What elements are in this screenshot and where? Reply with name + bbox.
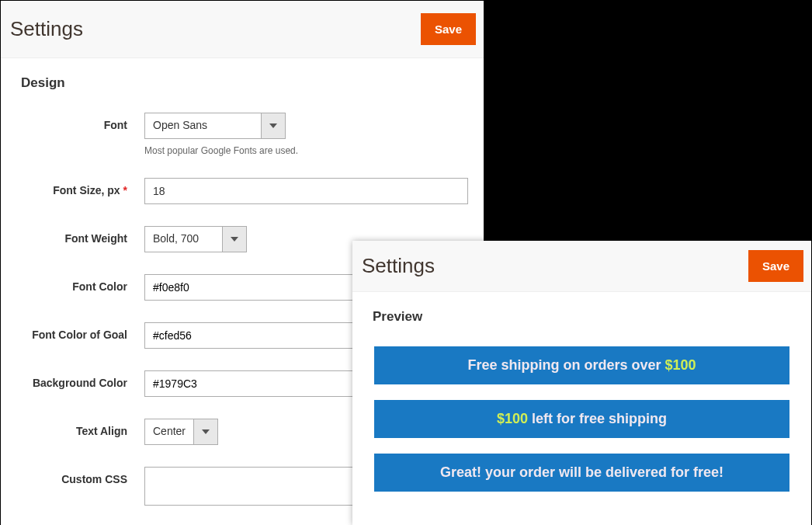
section-title-preview: Preview — [368, 309, 796, 325]
preview-goal-amount: $100 — [665, 357, 696, 373]
chevron-down-icon — [262, 113, 285, 138]
panel-header: Settings Save — [1, 1, 484, 58]
label-font-color: Font Color — [16, 274, 144, 293]
control-font: Open Sans Most popular Google Fonts are … — [144, 113, 468, 156]
row-font: Font Open Sans Most popular Google Fonts… — [16, 113, 468, 156]
font-weight-value: Bold, 700 — [145, 227, 223, 252]
save-button[interactable]: Save — [748, 250, 803, 282]
label-font-size-text: Font Size, px — [53, 184, 120, 196]
text-align-select[interactable]: Center — [144, 419, 218, 445]
preview-text: Great! your order will be delivered for … — [440, 464, 724, 480]
font-hint: Most popular Google Fonts are used. — [144, 145, 468, 156]
font-size-input[interactable] — [144, 178, 468, 204]
page-title: Settings — [360, 254, 435, 278]
preview-goal-amount: $100 — [497, 411, 528, 426]
font-select-value: Open Sans — [145, 113, 262, 138]
label-font-weight: Font Weight — [16, 226, 144, 245]
preview-container: Free shipping on orders over $100 $100 l… — [368, 346, 796, 492]
chevron-down-icon — [194, 419, 217, 444]
preview-bar-success: Great! your order will be delivered for … — [374, 454, 789, 492]
label-bg-color: Background Color — [16, 370, 144, 389]
label-font-size: Font Size, px* — [16, 178, 144, 196]
preview-text: left for free shipping — [528, 411, 667, 426]
preview-bar-threshold: Free shipping on orders over $100 — [374, 346, 789, 384]
control-font-size — [144, 178, 468, 204]
preview-bar-remaining: $100 left for free shipping — [374, 400, 789, 438]
panel-body: Preview Free shipping on orders over $10… — [352, 292, 811, 509]
label-goal-color: Font Color of Goal — [16, 322, 144, 341]
settings-panel-preview: Settings Save Preview Free shipping on o… — [352, 241, 811, 525]
save-button[interactable]: Save — [421, 13, 476, 45]
required-star-icon: * — [123, 184, 127, 196]
chevron-down-icon — [223, 227, 246, 252]
section-title-design: Design — [16, 75, 468, 91]
panel-header: Settings Save — [352, 241, 811, 292]
label-font: Font — [16, 113, 144, 131]
label-text-align: Text Align — [16, 419, 144, 437]
row-font-size: Font Size, px* — [16, 178, 468, 204]
text-align-value: Center — [145, 419, 194, 444]
font-select[interactable]: Open Sans — [144, 113, 286, 139]
font-weight-select[interactable]: Bold, 700 — [144, 226, 247, 252]
preview-text: Free shipping on orders over — [467, 357, 665, 373]
page-title: Settings — [9, 17, 83, 41]
label-custom-css: Custom CSS — [16, 467, 144, 485]
